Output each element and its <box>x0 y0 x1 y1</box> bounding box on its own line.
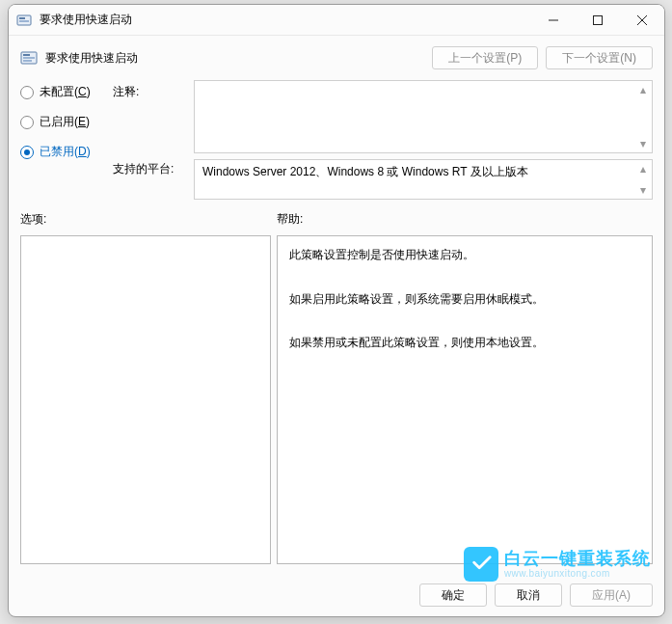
minimize-button[interactable] <box>531 5 576 35</box>
apply-button[interactable]: 应用(A) <box>570 583 653 607</box>
scrollbar[interactable]: ▴ ▾ <box>635 161 651 198</box>
svg-rect-4 <box>594 15 603 24</box>
titlebar: 要求使用快速启动 <box>9 5 664 36</box>
section-headers: 选项: 帮助: <box>20 211 653 228</box>
platform-label: 支持的平台: <box>113 161 186 177</box>
radio-label: 已启用(E) <box>40 114 90 130</box>
radio-enabled[interactable]: 已启用(E) <box>20 114 105 130</box>
svg-line-5 <box>637 15 647 25</box>
svg-line-6 <box>637 15 647 25</box>
radio-icon <box>20 146 34 159</box>
policy-icon <box>16 13 32 28</box>
scrollbar[interactable]: ▴ ▾ <box>635 82 651 151</box>
radio-label: 未配置(C) <box>40 84 91 100</box>
svg-rect-2 <box>19 20 29 22</box>
scroll-down-icon: ▾ <box>635 136 651 151</box>
help-header: 帮助: <box>277 211 303 228</box>
help-line: 如果禁用或未配置此策略设置，则使用本地设置。 <box>289 332 640 354</box>
supported-platform-text: Windows Server 2012、Windows 8 或 Windows … <box>202 165 528 178</box>
radio-icon <box>20 86 34 99</box>
window-title: 要求使用快速启动 <box>40 12 132 28</box>
previous-setting-button[interactable]: 上一个设置(P) <box>432 46 538 69</box>
options-header: 选项: <box>20 211 277 228</box>
supported-platform-box: Windows Server 2012、Windows 8 或 Windows … <box>194 159 653 200</box>
policy-header-icon <box>20 49 38 67</box>
close-button[interactable] <box>620 5 664 35</box>
svg-rect-1 <box>19 17 25 19</box>
next-setting-button[interactable]: 下一个设置(N) <box>546 46 653 69</box>
svg-rect-9 <box>23 57 35 59</box>
scroll-up-icon: ▴ <box>635 82 651 97</box>
comment-textarea[interactable]: ▴ ▾ <box>194 80 653 153</box>
options-panel <box>20 235 271 564</box>
help-line: 此策略设置控制是否使用快速启动。 <box>289 244 640 266</box>
scroll-up-icon: ▴ <box>635 161 651 176</box>
radio-not-configured[interactable]: 未配置(C) <box>20 84 105 100</box>
help-line: 如果启用此策略设置，则系统需要启用休眠模式。 <box>289 288 640 311</box>
dialog-footer: 确定 取消 应用(A) <box>9 574 664 616</box>
svg-rect-10 <box>23 60 32 62</box>
svg-rect-8 <box>23 54 30 56</box>
radio-icon <box>20 116 34 129</box>
comment-label: 注释: <box>113 84 186 161</box>
maximize-button[interactable] <box>576 5 620 35</box>
policy-header: 要求使用快速启动 上一个设置(P) 下一个设置(N) <box>9 36 664 80</box>
window-controls <box>531 5 664 35</box>
dialog-window: 要求使用快速启动 要求使用快速启动 上一个设置(P) 下一个设置(N <box>8 4 665 617</box>
ok-button[interactable]: 确定 <box>419 583 487 607</box>
scroll-down-icon: ▾ <box>635 182 651 198</box>
radio-disabled[interactable]: 已禁用(D) <box>20 144 105 160</box>
policy-header-title: 要求使用快速启动 <box>45 50 138 67</box>
help-panel: 此策略设置控制是否使用快速启动。 如果启用此策略设置，则系统需要启用休眠模式。 … <box>277 235 653 564</box>
state-radio-group: 未配置(C) 已启用(E) 已禁用(D) <box>20 80 105 200</box>
radio-label: 已禁用(D) <box>40 144 91 160</box>
field-labels: 注释: 支持的平台: <box>113 80 186 200</box>
cancel-button[interactable]: 取消 <box>495 583 562 607</box>
